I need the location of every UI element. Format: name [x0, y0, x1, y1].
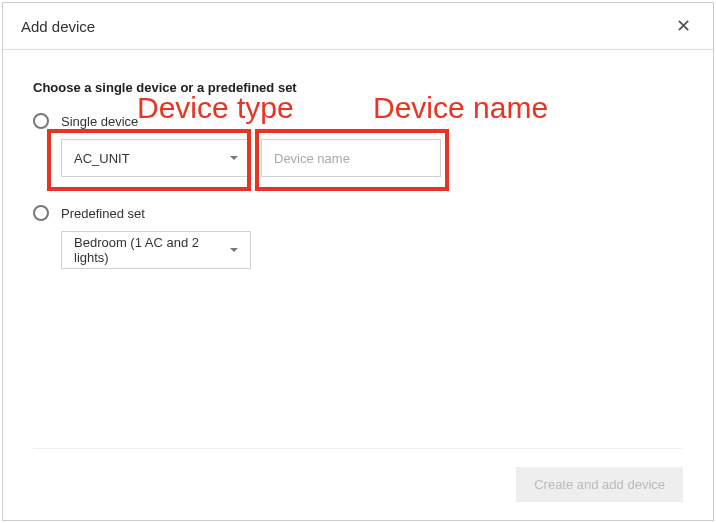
predefined-set-select[interactable]: Bedroom (1 AC and 2 lights) — [61, 231, 251, 269]
predefined-set-value: Bedroom (1 AC and 2 lights) — [74, 235, 224, 265]
chevron-down-icon — [230, 156, 238, 160]
close-icon: ✕ — [676, 16, 691, 36]
single-device-radio[interactable] — [33, 113, 49, 129]
device-name-input[interactable] — [261, 139, 441, 177]
single-device-label: Single device — [61, 114, 138, 129]
predefined-set-option: Predefined set — [33, 205, 683, 221]
predefined-set-label: Predefined set — [61, 206, 145, 221]
dialog-title: Add device — [21, 18, 95, 35]
dialog-body: Choose a single device or a predefined s… — [3, 50, 713, 448]
instruction-text: Choose a single device or a predefined s… — [33, 80, 683, 95]
single-device-controls: AC_UNIT — [61, 139, 683, 177]
create-add-device-button[interactable]: Create and add device — [516, 467, 683, 502]
add-device-dialog: Add device ✕ Choose a single device or a… — [2, 2, 714, 521]
device-type-select[interactable]: AC_UNIT — [61, 139, 251, 177]
predefined-set-controls: Bedroom (1 AC and 2 lights) — [61, 231, 683, 269]
close-button[interactable]: ✕ — [672, 13, 695, 39]
chevron-down-icon — [230, 248, 238, 252]
dialog-footer: Create and add device — [33, 448, 683, 520]
single-device-option: Single device — [33, 113, 683, 129]
dialog-header: Add device ✕ — [3, 3, 713, 50]
predefined-set-radio[interactable] — [33, 205, 49, 221]
device-type-value: AC_UNIT — [74, 151, 130, 166]
